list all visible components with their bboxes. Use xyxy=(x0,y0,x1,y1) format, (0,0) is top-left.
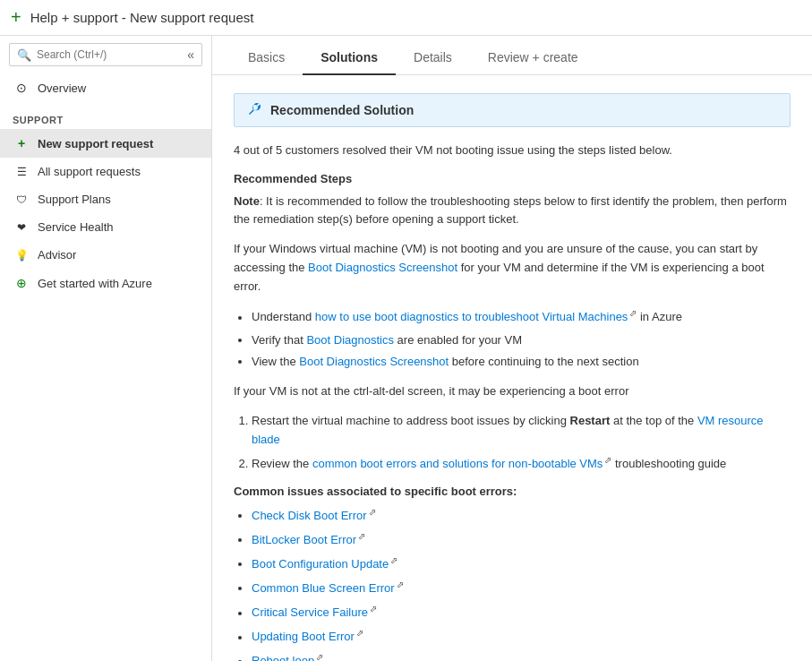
sidebar-item-label: Get started with Azure xyxy=(38,277,152,290)
support-section-label: Support xyxy=(0,102,211,129)
main-layout: 🔍 « ⊙ Overview Support + New support req… xyxy=(0,36,812,661)
sidebar-item-support-plans[interactable]: 🛡 Support Plans xyxy=(0,185,211,213)
recommended-steps-heading: Recommended Steps xyxy=(234,172,791,185)
issue-links-list: Check Disk Boot Error⬀ BitLocker Boot Er… xyxy=(252,505,791,661)
note-body: : It is recommended to follow the troubl… xyxy=(234,194,787,227)
ext-icon-5: ⬀ xyxy=(390,555,397,565)
sidebar-item-label: Service Health xyxy=(38,220,114,234)
bullet1-prefix: Understand xyxy=(252,311,315,324)
content-area: Basics Solutions Details Review + create… xyxy=(212,36,812,661)
collapse-icon[interactable]: « xyxy=(187,47,194,62)
sidebar-item-label: New support request xyxy=(38,137,153,150)
bullet2-prefix: Verify that xyxy=(252,333,306,347)
boot-diagnostics-para: If your Windows virtual machine (VM) is … xyxy=(234,240,791,296)
updating-boot-error-link[interactable]: Updating Boot Error xyxy=(252,631,355,644)
get-started-icon: ⊕ xyxy=(13,276,30,290)
advisor-icon: 💡 xyxy=(13,249,30,262)
issue-item-updating-boot: Updating Boot Error⬀ xyxy=(252,626,791,647)
sidebar-item-service-health[interactable]: ❤ Service Health xyxy=(0,213,211,241)
sidebar-item-new-support-request[interactable]: + New support request xyxy=(0,129,211,158)
tab-review-create[interactable]: Review + create xyxy=(470,41,596,75)
num-item-1: Restart the virtual machine to address b… xyxy=(252,412,791,450)
boot-diagnostics-screenshot-link2[interactable]: Boot Diagnostics Screenshot xyxy=(299,355,449,368)
wrench-icon xyxy=(247,101,261,119)
sidebar-item-advisor[interactable]: 💡 Advisor xyxy=(0,241,211,269)
search-icon: 🔍 xyxy=(17,48,31,62)
tab-solutions[interactable]: Solutions xyxy=(303,41,396,75)
sidebar-item-label: All support requests xyxy=(38,165,141,178)
ext-icon-9: ⬀ xyxy=(316,652,323,661)
azure-plus-icon: + xyxy=(11,7,21,28)
bullet2-suffix: are enabled for your VM xyxy=(394,333,522,347)
sidebar-item-overview[interactable]: ⊙ Overview xyxy=(0,73,211,102)
restart-bold: Restart xyxy=(570,414,611,427)
critical-service-failure-link[interactable]: Critical Service Failure xyxy=(252,606,368,620)
ctrl-alt-del-para: If your VM is not at the ctrl-alt-del sc… xyxy=(234,382,791,401)
issue-item-blue-screen: Common Blue Screen Error⬀ xyxy=(252,578,791,598)
issue-item-bitlocker: BitLocker Boot Error⬀ xyxy=(252,529,791,550)
boot-diagnostics-guide-link[interactable]: how to use boot diagnostics to troublesh… xyxy=(315,311,628,324)
ext-icon-4: ⬀ xyxy=(358,531,365,541)
top-bar: + Help + support - New support request xyxy=(0,0,812,36)
service-health-icon: ❤ xyxy=(13,221,30,234)
intro-text: 4 out of 5 customers resolved their VM n… xyxy=(234,142,791,159)
note-bold: Note xyxy=(234,194,260,208)
boot-configuration-update-link[interactable]: Boot Configuration Update xyxy=(252,557,389,571)
boot-diagnostics-screenshot-link[interactable]: Boot Diagnostics Screenshot xyxy=(308,261,457,274)
sidebar-item-all-support-requests[interactable]: ☰ All support requests xyxy=(0,158,211,185)
numbered-steps-list: Restart the virtual machine to address b… xyxy=(252,412,791,474)
num2-prefix: Review the xyxy=(252,457,312,470)
sidebar: 🔍 « ⊙ Overview Support + New support req… xyxy=(0,36,212,661)
page-title: Help + support - New support request xyxy=(30,10,254,25)
sidebar-item-label: Advisor xyxy=(38,248,76,262)
ext-icon-3: ⬀ xyxy=(369,507,376,517)
bullet-item-1: Understand how to use boot diagnostics t… xyxy=(252,306,791,327)
bullet-item-2: Verify that Boot Diagnostics are enabled… xyxy=(252,331,791,350)
all-requests-icon: ☰ xyxy=(13,166,30,178)
bitlocker-boot-error-link[interactable]: BitLocker Boot Error xyxy=(252,533,356,546)
sidebar-item-label: Support Plans xyxy=(38,193,111,206)
search-input[interactable] xyxy=(37,48,187,61)
num-item-2: Review the common boot errors and soluti… xyxy=(252,453,791,474)
issue-item-check-disk: Check Disk Boot Error⬀ xyxy=(252,505,791,526)
check-disk-boot-error-link[interactable]: Check Disk Boot Error xyxy=(252,509,367,522)
num1-mid: at the top of the xyxy=(610,414,697,427)
num2-suffix: troubleshooting guide xyxy=(611,457,726,470)
sidebar-item-get-started[interactable]: ⊕ Get started with Azure xyxy=(0,269,211,297)
num1-prefix: Restart the virtual machine to address b… xyxy=(252,414,570,427)
issue-item-critical-service: Critical Service Failure⬀ xyxy=(252,602,791,622)
ext-icon-7: ⬀ xyxy=(370,604,377,614)
reboot-loop-link[interactable]: Reboot loop xyxy=(252,655,314,661)
bullet-item-3: View the Boot Diagnostics Screenshot bef… xyxy=(252,353,791,372)
boot-diagnostics-link[interactable]: Boot Diagnostics xyxy=(306,333,394,347)
tab-basics[interactable]: Basics xyxy=(230,41,303,75)
tab-details[interactable]: Details xyxy=(396,41,470,75)
ext-icon-6: ⬀ xyxy=(397,579,404,589)
bullet3-prefix: View the xyxy=(252,355,299,368)
recommended-solution-box: Recommended Solution xyxy=(234,93,791,127)
support-plans-icon: 🛡 xyxy=(13,193,30,206)
common-issues-heading: Common issues associated to specific boo… xyxy=(234,485,791,498)
bullet3-suffix: before continuing to the next section xyxy=(449,355,638,368)
bullet1-suffix: in Azure xyxy=(637,311,682,324)
ext-icon-8: ⬀ xyxy=(356,628,363,638)
content-scroll: Recommended Solution 4 out of 5 customer… xyxy=(212,75,812,661)
note-paragraph: Note: It is recommended to follow the tr… xyxy=(234,193,791,230)
issue-item-boot-config: Boot Configuration Update⬀ xyxy=(252,554,791,574)
issue-item-reboot-loop: Reboot loop⬀ xyxy=(252,650,791,661)
diagnostics-bullet-list: Understand how to use boot diagnostics t… xyxy=(252,306,791,372)
common-boot-errors-link[interactable]: common boot errors and solutions for non… xyxy=(312,457,603,470)
sidebar-item-label: Overview xyxy=(38,82,86,95)
overview-icon: ⊙ xyxy=(13,81,30,95)
tabs-bar: Basics Solutions Details Review + create xyxy=(212,36,812,75)
recommended-solution-title: Recommended Solution xyxy=(270,103,414,117)
common-blue-screen-error-link[interactable]: Common Blue Screen Error xyxy=(252,581,395,595)
search-bar[interactable]: 🔍 « xyxy=(9,43,202,66)
new-request-plus-icon: + xyxy=(13,136,30,150)
